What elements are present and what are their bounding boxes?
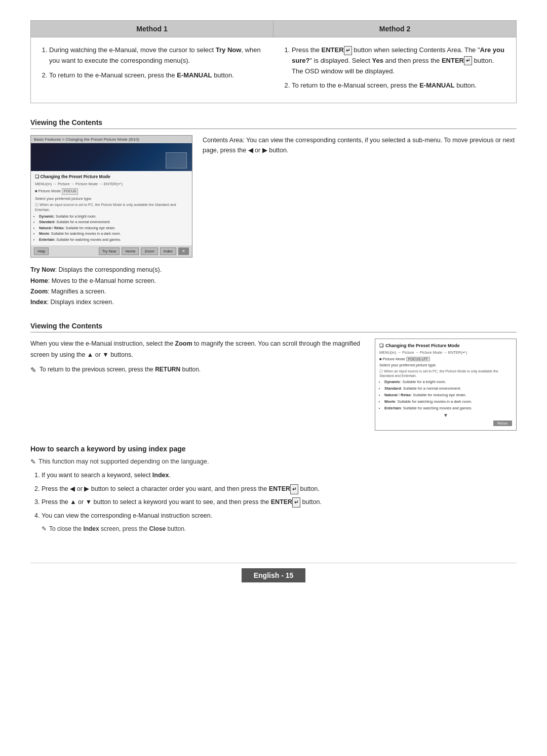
method1-header: Method 1: [31, 21, 274, 37]
panel-note: ⓘ When an input source is set to PC, the…: [379, 369, 512, 377]
help-btn[interactable]: Help: [34, 247, 49, 255]
search-step4: You can view the corresponding e-Manual …: [42, 510, 517, 522]
list-item: Dynamic: Suitable for a bright room.: [39, 214, 188, 220]
section2-title: Viewing the Contents: [30, 322, 517, 332]
method2-header: Method 2: [274, 21, 516, 37]
right-panel: Changing the Preset Picture Mode MENU(m)…: [375, 339, 517, 431]
note-text: To return to the previous screen, press …: [40, 364, 201, 376]
search-step3: Press the ▲ or ▼ button to select a keyw…: [42, 496, 517, 508]
method2-step2: To return to the e-Manual screen, press …: [292, 80, 507, 91]
screen-badge: FOCUS: [62, 188, 79, 195]
screen-badge-label: ■ Picture Mode FOCUS: [35, 188, 188, 195]
index-btn[interactable]: Index: [160, 247, 176, 255]
search-steps-list: If you want to search a keyword, select …: [30, 470, 517, 521]
screen-topbar: Basic Features > Changing the Preset Pic…: [31, 136, 192, 143]
emanual-mockup: Basic Features > Changing the Preset Pic…: [30, 135, 517, 258]
sub-note-icon: ✎: [42, 525, 47, 532]
screen-content: ❑ Changing the Preset Picture Mode MENU(…: [31, 171, 192, 245]
viewing-contents-section1: Viewing the Contents Basic Features > Ch…: [30, 118, 517, 308]
emanual-captions: Try Now: Displays the corresponding menu…: [30, 265, 517, 308]
section1-title: Viewing the Contents: [30, 118, 517, 129]
page-container: Method 1 Method 2 During watching the e-…: [30, 20, 517, 582]
search-keyword-section: How to search a keyword by using index p…: [30, 445, 517, 532]
viewing2-container: When you view the e-Manual instruction, …: [30, 339, 517, 431]
search-section-note: ✎ This function may not supported depend…: [30, 458, 517, 466]
search-sub-note: ✎ To close the Index screen, press the C…: [42, 525, 517, 532]
method1-content: During watching the e-Manual, move the c…: [31, 37, 274, 103]
method1-step2: To return to the e-Manual screen, press …: [49, 70, 264, 81]
panel-menu: MENU(m) → Picture → Picture Mode → ENTER…: [379, 350, 512, 355]
note-icon: ✎: [30, 364, 36, 376]
panel-list-item: Dynamic: Suitable for a bright room.: [384, 379, 512, 385]
caption-trynow: Try Now: Displays the corresponding menu…: [30, 265, 517, 275]
list-item: Natural / Relax: Suitable for reducing e…: [39, 226, 188, 231]
method2-content: Press the ENTER↵ button when selecting C…: [274, 37, 516, 103]
screen-menu: MENU(m) → Picture → Picture Mode → ENTER…: [35, 181, 188, 187]
list-item: Entertain: Suitable for watching movies …: [39, 237, 188, 243]
search-step2: Press the ◀ or ▶ button to select a char…: [42, 483, 517, 495]
list-item: Standard: Suitable for a normal environm…: [39, 220, 188, 225]
caption-zoom: Zoom: Magnifies a screen.: [30, 286, 517, 297]
methods-table: Method 1 Method 2 During watching the e-…: [30, 20, 517, 103]
screen-list: Dynamic: Suitable for a bright room. Sta…: [35, 214, 188, 243]
screen-note: ⓘ When an input source is set to PC, the…: [35, 202, 188, 213]
note-pencil-icon: ✎: [30, 458, 36, 466]
method2-step1: Press the ENTER↵ button when selecting C…: [292, 45, 507, 76]
panel-list-item: Entertain: Suitable for watching movies …: [384, 405, 512, 411]
scroll-indicator: ▼: [379, 412, 512, 418]
caption-index: Index: Displays index screen.: [30, 297, 517, 308]
footer-page-label: English - 15: [242, 568, 306, 582]
panel-badge-row: ■ Picture Mode FOCUS LFT: [379, 357, 512, 361]
emanual-description: Contents Area: You can view the correspo…: [203, 135, 517, 155]
list-item: Movie: Suitable for watching movies in a…: [39, 231, 188, 237]
try-now-btn[interactable]: Try Now: [99, 247, 120, 255]
home-btn[interactable]: Home: [122, 247, 139, 255]
panel-subdesc: Select your preferred picture type.: [379, 363, 512, 367]
viewing2-paragraph: When you view the e-Manual instruction, …: [30, 339, 365, 360]
emanual-screen-box: Basic Features > Changing the Preset Pic…: [30, 135, 192, 258]
viewing2-text: When you view the e-Manual instruction, …: [30, 339, 365, 431]
screen-heading: ❑ Changing the Preset Picture Mode: [35, 174, 188, 180]
panel-return-btn[interactable]: Return: [493, 421, 512, 426]
panel-list-item: Movie: Suitable for watching movies in a…: [384, 399, 512, 405]
zoom-btn[interactable]: Zoom: [141, 247, 158, 255]
sub-note-text: To close the Index screen, press the Clo…: [49, 525, 186, 532]
panel-title: Changing the Preset Picture Mode: [379, 343, 512, 348]
search-step1: If you want to search a keyword, select …: [42, 470, 517, 481]
method1-step1: During watching the e-Manual, move the c…: [49, 45, 264, 66]
emanual-screen: Basic Features > Changing the Preset Pic…: [30, 135, 192, 258]
panel-badge: FOCUS LFT: [406, 357, 430, 361]
panel-footer: Return: [379, 421, 512, 426]
panel-list-item: Natural / Relax: Suitable for reducing e…: [384, 392, 512, 398]
close-btn[interactable]: ✕: [178, 247, 189, 255]
screen-image: [31, 143, 192, 171]
viewing-contents-section2: Viewing the Contents When you view the e…: [30, 322, 517, 431]
panel-list: Dynamic: Suitable for a bright room. Sta…: [379, 379, 512, 411]
viewing2-note: ✎ To return to the previous screen, pres…: [30, 364, 365, 376]
note-text: This function may not supported dependin…: [38, 458, 209, 465]
panel-list-item: Standard: Suitable for a normal environm…: [384, 386, 512, 392]
search-section-title: How to search a keyword by using index p…: [30, 445, 517, 453]
screen-bottom-bar: Help Try Now Home Zoom Index ✕: [31, 245, 192, 257]
page-footer: English - 15: [30, 563, 517, 582]
caption-home: Home: Moves to the e-Manual home screen.: [30, 276, 517, 286]
screen-subdesc: Select your preferred picture type.: [35, 196, 188, 201]
